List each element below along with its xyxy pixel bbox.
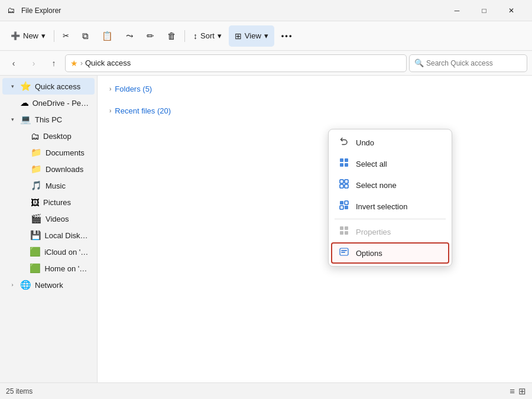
sidebar-item-videos[interactable]: 🎬Videos <box>2 210 95 227</box>
svg-rect-7 <box>345 184 348 188</box>
view-label: View <box>245 31 261 40</box>
breadcrumb-path: Quick access <box>85 59 131 67</box>
menu-item-select-none[interactable]: Select none <box>331 174 449 196</box>
forward-button[interactable]: › <box>25 54 43 72</box>
menu-divider-after-invert-selection <box>335 219 446 219</box>
svg-rect-2 <box>340 163 343 167</box>
maximize-button[interactable]: □ <box>471 0 498 21</box>
sidebar-item-local-disk[interactable]: 💾Local Disk (C:) <box>2 227 95 244</box>
menu-item-options[interactable]: Options <box>331 242 449 264</box>
toolbar-separator-2 <box>184 30 185 42</box>
recent-files-section: › Recent files (20) <box>107 105 523 117</box>
downloads-icon: 📁 <box>31 164 42 174</box>
back-button[interactable]: ‹ <box>5 54 22 72</box>
properties-menu-label: Properties <box>356 228 391 236</box>
sidebar-item-downloads[interactable]: 📁Downloads <box>2 161 95 177</box>
select-all-menu-icon <box>338 158 350 170</box>
pictures-icon: 🖼 <box>31 197 40 207</box>
paste-button[interactable]: 📋 <box>96 25 119 47</box>
sidebar-item-documents[interactable]: 📁Documents <box>2 144 95 161</box>
view-toggle-icons: ≡ ⊞ <box>510 386 526 397</box>
expand-icon-onedrive <box>8 99 17 107</box>
invert-selection-menu-label: Invert selection <box>356 202 407 211</box>
up-button[interactable]: ↑ <box>45 54 63 72</box>
sidebar-label-music: Music <box>46 181 66 190</box>
expand-icon-pictures <box>19 198 27 206</box>
context-menu: UndoSelect allSelect noneInvert selectio… <box>328 129 452 267</box>
svg-rect-6 <box>340 184 343 188</box>
sidebar: ▾⭐Quick access☁OneDrive - Persc▾💻This PC… <box>0 76 98 382</box>
sidebar-item-quick-access[interactable]: ▾⭐Quick access <box>2 78 95 95</box>
list-view-icon[interactable]: ≡ <box>510 386 515 397</box>
expand-icon-home-mac <box>19 264 26 273</box>
new-button[interactable]: ➕ New ▾ <box>5 25 51 47</box>
copy-button[interactable]: ⧉ <box>76 25 95 47</box>
network-icon: 🌐 <box>20 280 31 290</box>
sort-label: Sort <box>200 31 215 40</box>
sidebar-item-desktop[interactable]: 🗂Desktop <box>2 128 95 144</box>
folders-section-header[interactable]: › Folders (5) <box>107 83 523 95</box>
svg-rect-0 <box>340 158 343 162</box>
grid-view-icon[interactable]: ⊞ <box>518 386 526 397</box>
svg-rect-15 <box>345 231 348 235</box>
sidebar-item-icloud[interactable]: 🟩iCloud on 'Mac' <box>2 244 95 260</box>
options-menu-label: Options <box>356 249 382 258</box>
new-icon: ➕ <box>11 31 20 40</box>
minimize-button[interactable]: ─ <box>443 0 471 21</box>
undo-menu-icon <box>338 137 350 148</box>
sidebar-item-pictures[interactable]: 🖼Pictures <box>2 194 95 210</box>
view-button[interactable]: ⊞ View ▾ <box>229 25 274 47</box>
expand-icon-local-disk <box>19 231 27 239</box>
recent-files-section-header[interactable]: › Recent files (20) <box>107 105 523 117</box>
folders-section-label[interactable]: Folders (5) <box>115 85 152 93</box>
app-title: File Explorer <box>21 7 443 15</box>
move-icon: ⤳ <box>126 31 134 41</box>
svg-rect-3 <box>345 163 348 167</box>
onedrive-icon: ☁ <box>20 98 29 108</box>
sidebar-label-videos: Videos <box>46 215 69 223</box>
menu-item-undo[interactable]: Undo <box>331 132 449 153</box>
sidebar-label-pictures: Pictures <box>43 198 71 207</box>
sort-button[interactable]: ↕ Sort ▾ <box>187 25 228 47</box>
svg-rect-14 <box>340 231 343 235</box>
move-button[interactable]: ⤳ <box>120 25 140 47</box>
select-all-menu-label: Select all <box>356 160 387 168</box>
svg-rect-9 <box>345 201 348 205</box>
rename-button[interactable]: ✏ <box>141 25 160 47</box>
address-bar: ‹ › ↑ ★ › Quick access 🔍 <box>0 51 532 76</box>
options-menu-icon <box>338 247 350 259</box>
sidebar-label-icloud: iCloud on 'Mac' <box>44 248 90 257</box>
sidebar-label-network: Network <box>35 281 63 290</box>
breadcrumb-separator: › <box>80 59 83 67</box>
breadcrumb-bar[interactable]: ★ › Quick access <box>65 54 407 72</box>
search-input[interactable] <box>426 59 522 67</box>
cut-button[interactable]: ✂ <box>57 25 75 47</box>
menu-item-invert-selection[interactable]: Invert selection <box>331 196 449 217</box>
more-button[interactable]: ••• <box>275 25 299 47</box>
undo-menu-label: Undo <box>356 138 374 147</box>
recent-files-section-label[interactable]: Recent files (20) <box>115 106 171 115</box>
sidebar-item-this-pc[interactable]: ▾💻This PC <box>2 111 95 128</box>
sidebar-item-network[interactable]: ›🌐Network <box>2 277 95 293</box>
status-bar: 25 items ≡ ⊞ <box>0 382 532 399</box>
delete-button[interactable]: 🗑 <box>161 25 182 47</box>
menu-item-properties: Properties <box>331 221 449 242</box>
videos-icon: 🎬 <box>31 213 42 224</box>
svg-rect-10 <box>340 206 343 209</box>
expand-icon-videos <box>19 215 27 223</box>
sidebar-item-music[interactable]: 🎵Music <box>2 177 95 194</box>
menu-item-select-all[interactable]: Select all <box>331 153 449 174</box>
sidebar-label-downloads: Downloads <box>46 165 83 174</box>
search-bar[interactable]: 🔍 <box>409 54 527 72</box>
content-area: › Folders (5) › Recent files (20) UndoSe… <box>98 76 532 382</box>
sidebar-item-home-mac[interactable]: 🟩Home on 'Mac' <box>2 260 95 277</box>
sidebar-label-documents: Documents <box>46 148 85 157</box>
sidebar-label-desktop: Desktop <box>43 132 72 141</box>
delete-icon: 🗑 <box>167 31 176 41</box>
sidebar-item-onedrive[interactable]: ☁OneDrive - Persc <box>2 95 95 111</box>
music-icon: 🎵 <box>31 180 42 191</box>
select-none-menu-icon <box>338 179 350 191</box>
sort-chevron-icon: ▾ <box>218 31 222 40</box>
sort-icon: ↕ <box>193 31 197 41</box>
close-button[interactable]: ✕ <box>498 0 525 21</box>
